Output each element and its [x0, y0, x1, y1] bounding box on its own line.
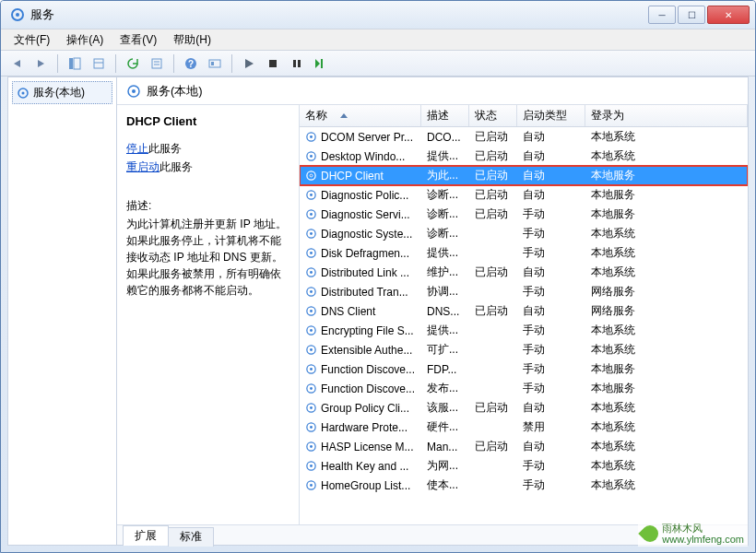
menu-help[interactable]: 帮助(H)	[166, 30, 219, 50]
svg-rect-15	[293, 60, 296, 67]
cell-start: 手动	[517, 381, 585, 396]
cell-start: 自动	[517, 439, 585, 454]
tree-root-item[interactable]: 服务(本地)	[12, 81, 112, 104]
cell-desc: 维护...	[421, 265, 469, 280]
tab-extended[interactable]: 扩展	[123, 525, 169, 546]
refresh-button[interactable]	[123, 53, 143, 74]
cell-start: 自动	[517, 303, 585, 319]
table-row[interactable]: Encrypting File S...提供...手动本地系统	[300, 321, 748, 340]
cell-state: 已启动	[469, 303, 517, 319]
table-row[interactable]: Diagnostic Servi...诊断...已启动手动本地服务	[300, 205, 748, 224]
table-row[interactable]: Group Policy Cli...该服...已启动自动本地系统	[300, 398, 748, 418]
svg-point-50	[310, 387, 313, 390]
table-row[interactable]: Distributed Link ...维护...已启动自动本地系统	[300, 263, 748, 282]
svg-rect-11	[209, 60, 220, 67]
minimize-button[interactable]: ─	[648, 6, 676, 24]
cell-name: Desktop Windo...	[300, 150, 421, 163]
cell-desc: 提供...	[421, 148, 469, 164]
svg-rect-14	[269, 60, 277, 67]
cell-logon: 本地系统	[585, 129, 748, 145]
service-icon	[305, 208, 317, 220]
table-row[interactable]: Function Discove...FDP...手动本地服务	[300, 359, 748, 379]
table-row[interactable]: HASP License M...Man...已启动自动本地系统	[300, 437, 748, 456]
service-icon	[305, 441, 317, 453]
menu-action[interactable]: 操作(A)	[59, 30, 111, 50]
svg-rect-4	[94, 59, 103, 68]
cell-logon: 本地系统	[585, 323, 748, 338]
toolbar-button[interactable]	[205, 53, 225, 74]
column-name[interactable]: 名称	[300, 105, 421, 126]
titlebar: 服务 ─ ☐ ✕	[1, 1, 755, 29]
services-rows[interactable]: DCOM Server Pr...DCO...已启动自动本地系统Desktop …	[300, 127, 748, 524]
table-row[interactable]: Desktop Windo...提供...已启动自动本地系统	[300, 147, 748, 166]
table-row[interactable]: Diagnostic Syste...诊断...手动本地系统	[300, 224, 748, 243]
column-description[interactable]: 描述	[421, 105, 469, 126]
column-headers: 名称 描述 状态 启动类型 登录为	[300, 105, 748, 127]
cell-state: 已启动	[469, 129, 517, 145]
pause-service-button[interactable]	[287, 53, 307, 74]
cell-desc: 诊断...	[421, 206, 469, 222]
properties-button[interactable]	[147, 53, 167, 74]
table-row[interactable]: Function Discove...发布...手动本地服务	[300, 379, 748, 398]
table-row[interactable]: Hardware Prote...硬件...禁用本地系统	[300, 418, 748, 437]
cell-start: 自动	[517, 129, 585, 145]
export-list-button[interactable]	[89, 53, 109, 74]
cell-logon: 本地系统	[585, 458, 748, 474]
separator	[57, 54, 58, 73]
restart-link[interactable]: 重启动	[126, 160, 159, 173]
cell-start: 禁用	[517, 419, 585, 435]
table-row[interactable]: DNS ClientDNS...已启动自动网络服务	[300, 301, 748, 321]
table-row[interactable]: Health Key and ...为网...手动本地系统	[300, 456, 748, 476]
svg-point-26	[310, 155, 313, 158]
close-button[interactable]: ✕	[707, 6, 750, 24]
tab-standard[interactable]: 标准	[168, 527, 214, 547]
forward-button[interactable]	[30, 53, 51, 74]
cell-desc: 为此...	[421, 168, 469, 183]
table-row[interactable]: DCOM Server Pr...DCO...已启动自动本地系统	[300, 127, 748, 147]
service-icon	[305, 324, 317, 336]
right-pane: 服务(本地) DHCP Client 停止此服务 重启动此服务 描述: 为此计算…	[117, 77, 748, 545]
svg-point-52	[310, 406, 313, 409]
service-icon	[305, 170, 317, 182]
cell-logon: 网络服务	[585, 303, 748, 319]
column-state[interactable]: 状态	[469, 105, 517, 126]
cell-state: 已启动	[469, 168, 517, 183]
menubar: 文件(F) 操作(A) 查看(V) 帮助(H)	[1, 29, 755, 51]
help-button[interactable]: ?	[181, 53, 201, 74]
svg-rect-3	[74, 58, 80, 69]
menu-file[interactable]: 文件(F)	[6, 30, 57, 50]
table-row[interactable]: Disk Defragmen...提供...手动本地系统	[300, 243, 748, 263]
table-row[interactable]: Distributed Tran...协调...手动网络服务	[300, 282, 748, 301]
svg-point-38	[310, 271, 313, 274]
svg-point-54	[310, 426, 313, 429]
table-row[interactable]: HomeGroup List...使本...手动本地系统	[300, 476, 748, 495]
cell-desc: DNS...	[421, 305, 469, 318]
maximize-button[interactable]: ☐	[678, 6, 705, 24]
table-row[interactable]: Extensible Authe...可扩...手动本地系统	[300, 340, 748, 359]
cell-desc: 诊断...	[421, 226, 469, 241]
svg-text:?: ?	[188, 59, 194, 69]
table-row[interactable]: Diagnostic Polic...诊断...已启动自动本地服务	[300, 185, 748, 205]
cell-start: 手动	[517, 245, 585, 261]
restart-service-button[interactable]	[311, 53, 331, 74]
tree-root-label: 服务(本地)	[33, 85, 85, 100]
column-logon[interactable]: 登录为	[585, 105, 748, 126]
menu-view[interactable]: 查看(V)	[112, 30, 164, 50]
gear-icon	[17, 87, 30, 100]
back-button[interactable]	[6, 53, 27, 74]
cell-logon: 本地系统	[585, 477, 748, 493]
column-startup[interactable]: 启动类型	[517, 105, 585, 126]
cell-name: Distributed Link ...	[300, 266, 421, 279]
cell-desc: 协调...	[421, 284, 469, 300]
show-hide-tree-button[interactable]	[65, 53, 85, 74]
cell-state: 已启动	[469, 400, 517, 416]
svg-marker-13	[245, 59, 254, 68]
svg-point-34	[310, 232, 313, 235]
cell-desc: 提供...	[421, 323, 469, 338]
table-row[interactable]: DHCP Client为此...已启动自动本地服务	[300, 166, 748, 185]
cell-name: Distributed Tran...	[300, 286, 421, 299]
cell-name: DNS Client	[300, 305, 421, 318]
stop-service-button[interactable]	[263, 53, 283, 74]
stop-link[interactable]: 停止	[126, 142, 148, 155]
start-service-button[interactable]	[239, 53, 259, 74]
